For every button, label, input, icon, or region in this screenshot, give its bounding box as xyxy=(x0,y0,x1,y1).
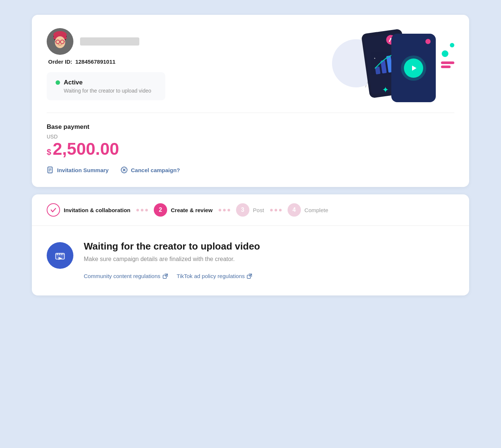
status-sub: Waiting for the creator to upload video xyxy=(56,88,156,94)
steps-card: Invitation & collaboration 2 Create & re… xyxy=(32,194,469,295)
tiktok-reg-link[interactable]: TikTok ad policy regulations xyxy=(177,273,252,279)
pink-bars xyxy=(441,61,454,68)
step-circle-1 xyxy=(47,203,60,217)
cancel-icon xyxy=(120,166,128,174)
upload-icon-circle xyxy=(47,242,73,269)
step-dot xyxy=(270,209,273,211)
document-icon xyxy=(47,166,54,174)
svg-marker-16 xyxy=(412,66,417,71)
cancel-campaign-link[interactable]: Cancel campaign? xyxy=(120,166,180,174)
step-item-2: 2 Create & review xyxy=(154,203,213,217)
community-reg-label: Community content regulations xyxy=(84,273,160,279)
step-num-3: 3 xyxy=(241,207,244,213)
status-label: Active xyxy=(64,79,83,86)
step-label-3: Post xyxy=(253,207,264,213)
step-dot xyxy=(275,209,277,211)
pink-bar-short xyxy=(441,66,451,68)
step-dots-2 xyxy=(219,209,230,211)
sparkle-icon: ✦ xyxy=(382,85,389,95)
step-num-4: 4 xyxy=(292,207,296,213)
amount-row: $ 2,500.00 xyxy=(47,140,454,157)
avatar-row xyxy=(47,28,328,55)
step-label-1: Invitation & collaboration xyxy=(64,207,130,213)
illustration: ✦ ✦ xyxy=(328,28,454,102)
header-row: Order ID: 1284567891011 Active Waiting f… xyxy=(47,28,454,102)
step-dot xyxy=(141,209,143,211)
step-dot xyxy=(228,209,230,211)
invitation-summary-label: Invitation Summary xyxy=(57,167,109,173)
dollar-sign: $ xyxy=(47,147,51,157)
svg-line-8 xyxy=(55,41,56,42)
svg-text:✦: ✦ xyxy=(374,57,376,60)
amount-value: 2,500.00 xyxy=(53,140,119,157)
header-left: Order ID: 1284567891011 Active Waiting f… xyxy=(47,28,328,100)
svg-line-9 xyxy=(64,41,65,42)
step-circle-4: 4 xyxy=(288,203,301,217)
teal-circle-sm xyxy=(450,43,454,47)
teal-circle-decor xyxy=(442,50,448,57)
phone-front xyxy=(391,34,436,102)
order-id-label: Order ID: xyxy=(48,58,72,65)
divider xyxy=(47,113,454,113)
pink-bar-long xyxy=(441,61,454,64)
step-dot xyxy=(145,209,148,211)
body-title: Waiting for the creator to upload video xyxy=(84,241,454,252)
step-dot xyxy=(223,209,226,211)
step-dot xyxy=(279,209,282,211)
step-dots-3 xyxy=(270,209,282,211)
step-item-4: 4 Complete xyxy=(288,203,328,217)
page-wrapper: Order ID: 1284567891011 Active Waiting f… xyxy=(32,15,469,295)
external-link-icon-2 xyxy=(247,274,252,279)
status-box: Active Waiting for the creator to upload… xyxy=(47,72,165,100)
step-dot xyxy=(136,209,139,211)
cancel-campaign-label: Cancel campaign? xyxy=(131,167,180,173)
main-card: Order ID: 1284567891011 Active Waiting f… xyxy=(32,15,469,187)
step-label-2: Create & review xyxy=(171,207,213,213)
status-top: Active xyxy=(56,79,156,86)
step-circle-2: 2 xyxy=(154,203,167,217)
body-sub: Make sure campaign details are finalized… xyxy=(84,256,454,263)
body-text: Waiting for the creator to upload video … xyxy=(84,241,454,279)
payment-section: Base payment USD $ 2,500.00 xyxy=(47,123,454,157)
payment-label: Base payment xyxy=(47,123,454,131)
regulation-links: Community content regulations TikTok ad … xyxy=(84,273,454,279)
currency-label: USD xyxy=(47,134,454,140)
step-label-4: Complete xyxy=(305,207,328,213)
steps-header: Invitation & collaboration 2 Create & re… xyxy=(32,194,469,226)
step-dot xyxy=(219,209,221,211)
phone-front-screen xyxy=(394,37,434,98)
action-row: Invitation Summary Cancel campaign? xyxy=(47,166,454,174)
invitation-summary-link[interactable]: Invitation Summary xyxy=(47,166,109,174)
step-item-3: 3 Post xyxy=(236,203,264,217)
order-id-row: Order ID: 1284567891011 xyxy=(47,58,328,65)
community-reg-link[interactable]: Community content regulations xyxy=(84,273,168,279)
order-id-value: 1284567891011 xyxy=(75,58,115,65)
body-content-row: Waiting for the creator to upload video … xyxy=(47,241,454,279)
step-dots-1 xyxy=(136,209,148,211)
step-circle-3: 3 xyxy=(236,203,249,217)
status-dot xyxy=(56,80,60,85)
step-num-2: 2 xyxy=(159,207,162,213)
avatar xyxy=(47,28,73,55)
step-item-1: Invitation & collaboration xyxy=(47,203,130,217)
tiktok-reg-label: TikTok ad policy regulations xyxy=(177,273,245,279)
steps-body: Waiting for the creator to upload video … xyxy=(32,226,469,295)
external-link-icon xyxy=(163,274,168,279)
name-bar-placeholder xyxy=(80,37,139,46)
